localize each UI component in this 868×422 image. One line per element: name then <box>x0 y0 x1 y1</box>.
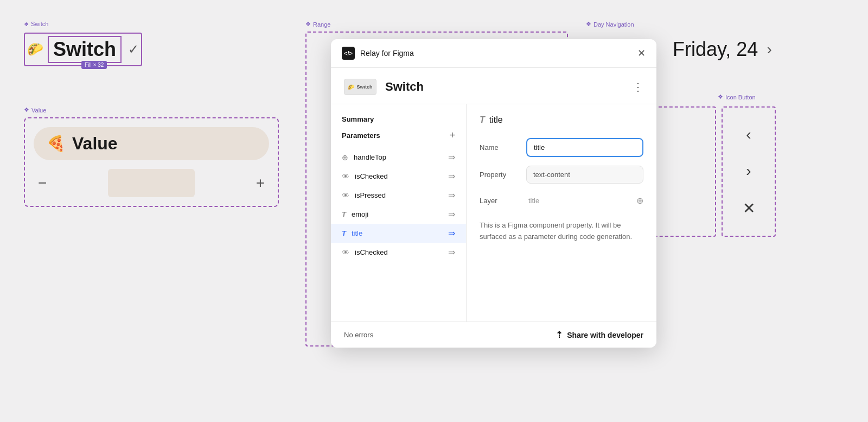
component-name: Switch <box>385 80 424 94</box>
property-label: Property <box>480 171 518 179</box>
no-errors-text: No errors <box>344 331 373 339</box>
range-label: ❖ Range <box>305 21 330 28</box>
value-text: Value <box>72 134 118 154</box>
target-icon[interactable]: ⊕ <box>636 196 643 206</box>
day-nav-label-text: Day Navigation <box>593 21 634 28</box>
component-thumbnail: 🌮 Switch <box>344 79 376 95</box>
diamond-icon-4: ❖ <box>586 21 591 28</box>
eye-icon-3: 👁 <box>342 248 349 257</box>
add-param-button[interactable]: + <box>449 130 455 141</box>
diamond-icon-2: ❖ <box>24 106 29 114</box>
switch-component-label: ❖ Switch <box>24 21 48 27</box>
param-arrow-isChecked-2: ⇒ <box>448 247 455 257</box>
value-pill: 🍕 Value <box>34 127 269 160</box>
component-header-left: 🌮 Switch Switch <box>344 79 424 95</box>
param-item-title[interactable]: T title ⇒ <box>331 224 466 243</box>
property-value: text-content <box>526 166 643 184</box>
detail-title: T title <box>480 115 643 125</box>
share-with-developer-button[interactable]: ⇡ Share with developer <box>556 330 643 340</box>
detail-title-text: title <box>489 115 503 125</box>
parameters-header: Parameters + <box>331 130 466 148</box>
right-panel: T title Name Property text-content Layer… <box>467 104 656 322</box>
modal-header-left: </> Relay for Figma <box>342 47 414 60</box>
eye-icon-2: 👁 <box>342 191 349 200</box>
modal-footer: No errors ⇡ Share with developer <box>331 322 656 348</box>
thumb-emoji: 🌮 <box>348 84 354 90</box>
modal-body: Summary Parameters + ⊕ handleTop ⇒ <box>331 104 656 322</box>
summary-section-title: Summary <box>331 115 466 130</box>
layer-value: title <box>526 192 628 209</box>
switch-emoji: 🌮 <box>27 42 43 57</box>
day-nav-content: Friday, 24 › <box>673 38 772 61</box>
left-panel: Summary Parameters + ⊕ handleTop ⇒ <box>331 104 467 322</box>
share-btn-label: Share with developer <box>567 331 643 339</box>
range-label-text: Range <box>313 21 330 28</box>
component-header: 🌮 Switch Switch ⋮ <box>331 68 656 104</box>
more-options-icon[interactable]: ⋮ <box>633 80 643 93</box>
param-arrow-isChecked-1: ⇒ <box>448 171 455 181</box>
modal-app-name: Relay for Figma <box>360 49 414 58</box>
diamond-icon: ❖ <box>24 21 29 27</box>
layer-label: Layer <box>480 197 518 205</box>
param-arrow-emoji: ⇒ <box>448 209 455 219</box>
param-arrow-handleTop: ⇒ <box>448 152 455 162</box>
diamond-icon-5: ❖ <box>718 93 723 100</box>
relay-logo: </> <box>342 47 355 60</box>
modal-close-button[interactable]: ✕ <box>637 48 646 58</box>
day-date-text: Friday, 24 <box>673 38 758 61</box>
param-item-emoji[interactable]: T emoji ⇒ <box>331 205 466 224</box>
thumb-label: Switch <box>356 84 372 90</box>
param-arrow-title: ⇒ <box>448 228 455 238</box>
switch-title: Switch <box>48 36 122 63</box>
value-controls: − + <box>34 169 269 197</box>
detail-t-icon: T <box>480 115 485 125</box>
param-name-isChecked-2: isChecked <box>355 248 388 256</box>
check-icon: ✓ <box>128 42 139 57</box>
plus-button[interactable]: + <box>256 174 265 192</box>
t-icon-emoji: T <box>342 210 346 218</box>
nav-right-arrow-icon[interactable]: › <box>767 41 771 58</box>
relay-modal: </> Relay for Figma ✕ 🌮 Switch Switch ⋮ <box>331 39 656 348</box>
icon-btn-label-text: Icon Button <box>725 94 756 100</box>
close-icon[interactable]: ✕ <box>743 199 755 217</box>
left-nav-border <box>651 106 716 237</box>
property-field-row: Property text-content <box>480 166 643 184</box>
value-component-label: ❖ Value <box>24 106 46 114</box>
t-icon-title: T <box>342 229 346 237</box>
chevron-left-icon[interactable]: ‹ <box>746 126 751 143</box>
canvas: ❖ Switch 🌮 Switch ✓ Fill × 32 ❖ Value 🍕 … <box>0 0 868 422</box>
param-item-isChecked-2[interactable]: 👁 isChecked ⇒ <box>331 243 466 262</box>
param-name-isPressed: isPressed <box>355 191 386 199</box>
param-item-handleTop[interactable]: ⊕ handleTop ⇒ <box>331 148 466 167</box>
value-component: 🍕 Value − + <box>24 117 279 207</box>
modal-header: </> Relay for Figma ✕ <box>331 39 656 68</box>
switch-label-text: Switch <box>31 21 48 27</box>
description-text: This is a Figma component property. It w… <box>480 220 643 243</box>
layer-field-row: Layer title ⊕ <box>480 192 643 209</box>
relay-logo-text: </> <box>344 50 353 56</box>
param-item-isChecked-1[interactable]: 👁 isChecked ⇒ <box>331 167 466 186</box>
diamond-icon-3: ❖ <box>305 21 311 28</box>
name-input[interactable] <box>526 138 643 157</box>
day-nav-label: ❖ Day Navigation <box>586 21 634 28</box>
share-icon: ⇡ <box>556 330 563 340</box>
value-box <box>108 169 195 197</box>
param-name-title: title <box>352 229 362 237</box>
param-name-isChecked-1: isChecked <box>355 172 388 180</box>
param-name-handleTop: handleTop <box>354 153 386 161</box>
minus-button[interactable]: − <box>38 174 47 192</box>
name-label: Name <box>480 143 518 152</box>
fill-badge: Fill × 32 <box>81 61 107 69</box>
handle-icon: ⊕ <box>342 153 348 162</box>
chevron-right-icon[interactable]: › <box>746 162 751 180</box>
name-field-row: Name <box>480 138 643 157</box>
icon-btn-label: ❖ Icon Button <box>718 93 756 100</box>
value-label-text: Value <box>31 107 46 114</box>
icon-btn-container: ‹ › ✕ <box>722 106 776 237</box>
eye-icon-1: 👁 <box>342 172 349 181</box>
parameters-title: Parameters <box>342 131 380 140</box>
param-name-emoji: emoji <box>352 210 368 218</box>
param-arrow-isPressed: ⇒ <box>448 190 455 200</box>
value-emoji: 🍕 <box>47 135 66 153</box>
param-item-isPressed[interactable]: 👁 isPressed ⇒ <box>331 186 466 205</box>
